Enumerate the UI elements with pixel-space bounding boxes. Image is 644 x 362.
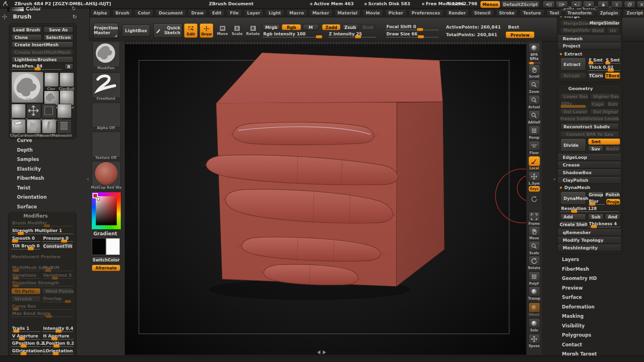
panel-collapse-handle[interactable]: ▸ [554,177,556,181]
sub-button[interactable]: Sub [588,214,604,220]
tray-brush-thumbnail[interactable] [93,41,120,67]
shelf-item-floor[interactable]: Floor [528,141,541,155]
strength-multiplier-slider[interactable]: Strength Multiplier 1 [11,228,73,234]
divider-scrub-left-button[interactable]: ◀||| [543,1,555,8]
current-brush-thumbnail[interactable]: MaskPen [11,72,43,103]
create-shell-button[interactable]: Create Shell [560,221,587,228]
menu-item[interactable]: Macro [286,9,307,16]
shelf-item-zoom[interactable]: Zoom [528,80,541,94]
tcorn-button[interactable]: TCorn [588,72,604,79]
tray-alpha-thumbnail[interactable] [92,103,121,128]
remesh-section-bar[interactable]: Remesh [558,35,621,42]
brush-thumb-claybuildup[interactable] [60,72,74,87]
save-as-button[interactable]: Save As [43,27,73,33]
and-button[interactable]: And [605,214,620,220]
brush-section-item[interactable]: FiberMesh [17,175,47,181]
proje-button[interactable]: Proje [606,199,620,205]
focal-shift-slider[interactable]: Focal Shift 0 [386,24,439,30]
tilt-brush-slider[interactable]: Tilt Brush 0 [11,243,40,249]
shelf-item-actual[interactable]: Actual [528,95,541,109]
v-aperture-slider[interactable]: V Aperture [11,333,40,339]
shelf-item-polyf[interactable]: PolyF [528,272,541,286]
tool-section-item[interactable]: Masking [562,313,597,319]
tool-section-item[interactable]: Deformation [562,304,597,310]
brush-thumb-standard[interactable] [60,90,74,105]
current-brush-slider[interactable]: MaskPen. 84 [11,64,62,70]
gposition-slider[interactable]: GPosition 0.2 [11,341,40,347]
add-button[interactable]: Add [560,214,586,220]
canvas-scrub-widget[interactable] [317,350,326,354]
cycle-right-panel-button[interactable]: ❏▶ [583,1,594,8]
tray-stroke-thumbnail[interactable] [92,72,121,98]
intensity-slider[interactable]: Intensity 0.4 [42,326,73,332]
modify-topology-section-bar[interactable]: Modify Topology [558,237,621,244]
tray-texture-thumbnail[interactable] [92,132,121,157]
menu-item[interactable]: Texture [520,9,544,16]
brush-section-item[interactable]: Samples [17,156,47,162]
z-intensity-slider[interactable]: Z Intensity 25 [328,31,376,37]
default-zscript-button[interactable]: DefaultZScript [501,1,540,8]
shelf-item-aahalf[interactable]: AAHalf [528,110,541,124]
brush-thumb-clay[interactable] [44,72,59,87]
color-picker[interactable] [92,192,121,229]
main-color-swatch[interactable] [92,238,106,255]
lightbox-button[interactable]: LightBox [122,25,150,37]
s-smt-slider[interactable]: S Smt [605,58,620,64]
menu-item[interactable]: Tool [546,9,562,16]
shelf-item-transp[interactable]: Transp [528,286,541,300]
menus-button[interactable]: Menus [480,1,500,8]
tool-section-item[interactable]: Layers [562,257,597,262]
menu-item[interactable]: Transform [564,9,595,16]
shelf-item-spix[interactable]: SPix [528,56,541,63]
brush-thumb-smooth[interactable] [11,104,26,118]
scale-button[interactable]: SScale [231,24,244,37]
thick-slider[interactable]: Thick 0.02 [588,65,620,71]
zsub-button[interactable]: Zsub [342,24,358,30]
m-button[interactable]: M [303,24,319,30]
crease-section-bar[interactable]: Crease [558,162,621,169]
shelf-item-scale[interactable]: Scale [528,241,541,255]
document-canvas[interactable] [125,44,526,355]
merge-similar-button[interactable]: MergeSimilar [590,20,619,26]
tool-section-item[interactable]: Contact [562,342,597,348]
menu-item[interactable]: Stroke [496,9,518,16]
shelf-item-sync[interactable] [528,195,541,203]
clone-button[interactable]: Clone [11,34,42,41]
reconstruct-subdiv-button[interactable]: Reconstruct Subdiv [560,123,619,130]
dynamesh-button[interactable]: DynaMesh [560,191,586,205]
projection-master-button[interactable]: Projection Master [93,23,118,38]
brush-thumb-shoestring[interactable] [57,119,72,134]
menu-item[interactable]: Zplugin [597,9,621,16]
tool-section-item[interactable]: Visibility [562,323,597,329]
shelf-item-scroll[interactable]: Scroll [528,64,541,78]
preview-button[interactable]: Preview [506,31,535,38]
geometry-header[interactable]: Geometry [568,86,593,91]
switch-color-button[interactable]: SwitchColor [92,257,120,263]
secondary-color-swatch[interactable] [106,238,120,255]
refresh-icon[interactable]: ↻ [72,14,77,20]
menu-item[interactable]: Material [334,9,361,16]
color-picker-inner[interactable] [96,196,117,225]
e-smt-slider[interactable]: E Smt [588,58,603,64]
edit-button[interactable]: Edit [184,23,198,38]
tool-section-item[interactable]: Surface [562,294,597,300]
move-button[interactable]: MMove [216,24,229,37]
brush-section-item[interactable]: Twist [17,185,47,191]
menu-item[interactable]: Draw [188,9,207,16]
brush-section-item[interactable]: Curve [17,138,47,143]
dynamesh-header[interactable]: DynaMesh [564,185,590,190]
extract-header[interactable]: Extract [564,51,582,57]
smt-button[interactable]: Smt [588,138,620,145]
brush-section-item[interactable]: Surface [17,204,47,210]
shelf-item-xpose[interactable]: Xpose [528,334,541,348]
tool-section-item[interactable]: Polygroups [562,332,597,338]
lposition-slider[interactable]: LPosition 0.2 [42,341,73,347]
select-icon-button[interactable]: SelectIcon [43,34,73,41]
restore-button[interactable] [624,1,636,8]
pressure-slider[interactable]: Pressure 0 [42,236,73,242]
menu-item[interactable]: Brush [112,9,132,16]
group-button[interactable]: Group [588,191,604,197]
tool-section-item[interactable]: FiberMesh [562,266,597,272]
best-label[interactable]: Best [508,25,519,30]
rgb-button[interactable]: Rgb [282,24,301,30]
